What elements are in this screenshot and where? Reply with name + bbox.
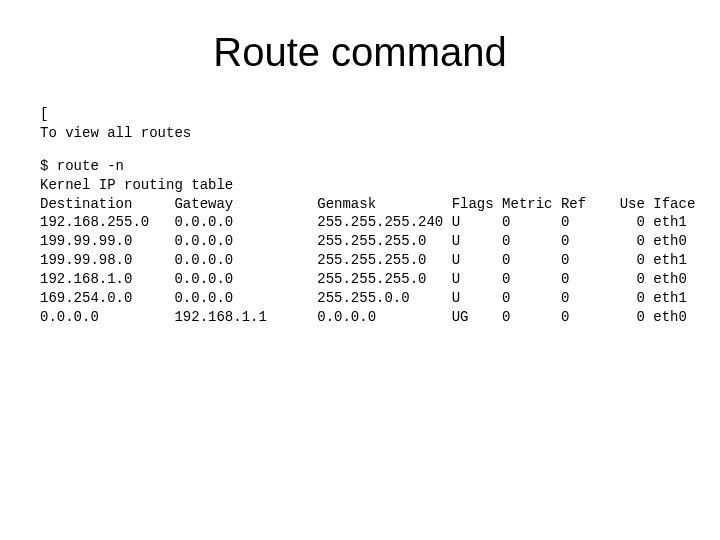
- command-line: $ route -n: [40, 158, 124, 174]
- intro-bracket: [: [40, 106, 48, 122]
- table-title: Kernel IP routing table: [40, 177, 233, 193]
- routing-table-rows: 192.168.255.0 0.0.0.0 255.255.255.240 U …: [40, 214, 687, 324]
- terminal-output: [ To view all routes $ route -n Kernel I…: [40, 105, 680, 327]
- slide: Route command [ To view all routes $ rou…: [0, 0, 720, 540]
- intro-line: To view all routes: [40, 125, 191, 141]
- slide-title: Route command: [40, 30, 680, 75]
- routing-table-header: Destination Gateway Genmask Flags Metric…: [40, 196, 695, 212]
